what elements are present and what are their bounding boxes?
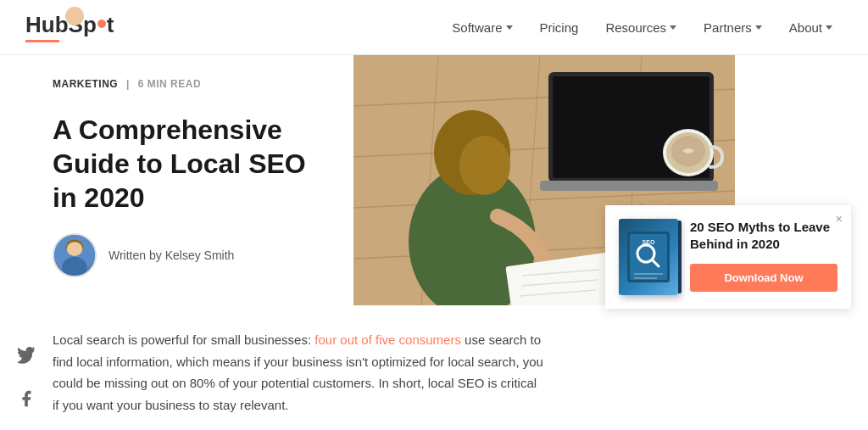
- chevron-down-icon: [506, 25, 513, 30]
- site-header: Hub Spt Software Pricing Resources Partn…: [0, 0, 868, 55]
- author-name: Written by Kelsey Smith: [108, 249, 234, 262]
- ad-title: 20 SEO Myths to Leave Behind in 2020: [690, 219, 837, 252]
- article-link[interactable]: four out of five consumers: [314, 332, 461, 347]
- ad-close-button[interactable]: ×: [836, 212, 843, 226]
- chevron-down-icon: [755, 25, 762, 30]
- article-title: A Comprehensive Guide to Local SEO in 20…: [53, 113, 324, 215]
- ad-download-button[interactable]: Download Now: [690, 264, 837, 292]
- facebook-share-button[interactable]: [14, 386, 39, 411]
- twitter-share-button[interactable]: [14, 343, 39, 369]
- article-category: MARKETING | 6 MIN READ: [53, 78, 201, 90]
- logo-hub: Hub: [25, 12, 69, 38]
- ad-widget: × SEO: [605, 205, 851, 309]
- article-meta: MARKETING | 6 MIN READ: [53, 55, 337, 101]
- avatar-image: [54, 235, 95, 276]
- svg-point-4: [67, 242, 82, 256]
- logo-accent: [25, 40, 59, 42]
- svg-text:SEO: SEO: [643, 239, 655, 245]
- logo-spot-t: t: [107, 12, 114, 38]
- article-body: Local search is powerful for small busin…: [53, 309, 544, 430]
- hero-wrapper: × SEO: [353, 55, 851, 309]
- ad-content: 20 SEO Myths to Leave Behind in 2020 Dow…: [690, 219, 837, 292]
- main-nav: Software Pricing Resources Partners Abou…: [442, 14, 843, 42]
- nav-resources[interactable]: Resources: [595, 14, 687, 42]
- ad-book-thumbnail: SEO: [619, 219, 678, 295]
- top-section: MARKETING | 6 MIN READ A Comprehensive G…: [53, 55, 851, 309]
- chevron-down-icon: [826, 25, 832, 30]
- nav-partners[interactable]: Partners: [693, 14, 772, 42]
- article-left: MARKETING | 6 MIN READ A Comprehensive G…: [53, 55, 353, 309]
- chevron-down-icon: [670, 25, 676, 30]
- svg-point-15: [459, 136, 510, 195]
- article-paragraph-1: Local search is powerful for small busin…: [53, 329, 544, 416]
- content-area: MARKETING | 6 MIN READ A Comprehensive G…: [53, 55, 868, 430]
- author-block: Written by Kelsey Smith: [53, 233, 337, 277]
- nav-software[interactable]: Software: [442, 14, 522, 42]
- hero-image-container: × SEO: [353, 55, 851, 309]
- social-sidebar: [0, 55, 53, 430]
- nav-pricing[interactable]: Pricing: [530, 14, 589, 42]
- avatar: [53, 233, 97, 277]
- logo-dot: [97, 20, 106, 28]
- svg-rect-23: [540, 181, 718, 191]
- nav-about[interactable]: About: [779, 14, 843, 42]
- page-body: MARKETING | 6 MIN READ A Comprehensive G…: [0, 55, 868, 430]
